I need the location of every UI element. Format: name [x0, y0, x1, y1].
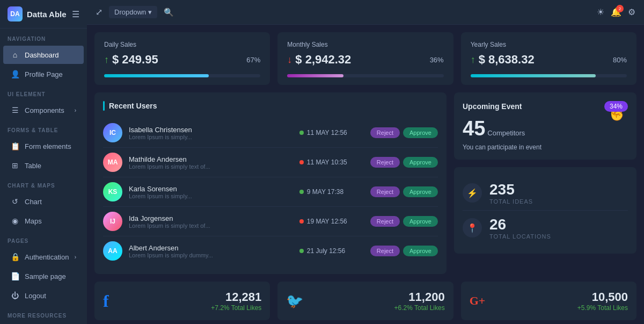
- main-row: Recent Users IC Isabella Christensen Lor…: [94, 92, 636, 274]
- sidebar-item-label: Components: [25, 106, 69, 114]
- user-date: 19 MAY 12:56: [299, 218, 364, 225]
- monthly-bar-bg: [287, 74, 443, 77]
- stats-row: Daily Sales ↑ $ 249.95 67% Monthly Sales…: [94, 32, 636, 85]
- home-icon: ⌂: [11, 51, 19, 59]
- recent-users-panel: Recent Users IC Isabella Christensen Lor…: [94, 92, 447, 274]
- daily-percent: 67%: [246, 56, 260, 64]
- avatar: IJ: [103, 212, 122, 231]
- sidebar-item-label: Sample page: [25, 272, 76, 280]
- reject-button[interactable]: Reject: [370, 157, 400, 168]
- stat-title-daily: Daily Sales: [104, 41, 260, 48]
- twitter-icon: 🐦: [286, 293, 303, 309]
- user-info: Mathilde Andersen Lorem Ipsum is simply …: [129, 155, 293, 170]
- sidebar-item-sample-page[interactable]: 📄 Sample page: [3, 267, 84, 285]
- title-bar-accent: [103, 101, 105, 111]
- user-name: Albert Andersen: [129, 244, 293, 252]
- sidebar-item-chart[interactable]: ↺ Chart: [3, 192, 84, 211]
- stat-value-yearly: ↑ $ 8,638.32: [471, 53, 535, 67]
- yearly-bar: [471, 74, 596, 77]
- status-dot: [299, 219, 304, 224]
- stat-value-monthly: ↓ $ 2,942.32: [287, 53, 351, 67]
- social-card-twitter: 🐦 11,200 +6.2% Total Likes: [277, 282, 453, 320]
- sun-icon[interactable]: ☀: [597, 7, 604, 17]
- user-date: 21 July 12:56: [299, 247, 364, 255]
- search-icon[interactable]: 🔍: [164, 8, 174, 17]
- daily-amount: $ 249.95: [112, 53, 158, 67]
- app-name: Datta Able: [27, 10, 67, 19]
- ui-section-label: UI ELEMENT: [0, 84, 87, 100]
- content-area: Daily Sales ↑ $ 249.95 67% Monthly Sales…: [87, 25, 644, 324]
- approve-button[interactable]: Approve: [403, 216, 438, 227]
- sidebar-item-dashboard[interactable]: ⌂ Dashboard: [3, 46, 84, 64]
- user-date: 11 MAY 12:56: [299, 129, 364, 136]
- nav-section-label: NAVIGATION: [0, 28, 87, 45]
- user-name: Isabella Christensen: [129, 126, 293, 134]
- logo-icon: DA: [8, 6, 23, 21]
- monthly-amount: $ 2,942.32: [295, 53, 351, 67]
- sidebar-item-label: Table: [25, 162, 76, 170]
- user-date: 11 MAY 10:35: [299, 159, 364, 166]
- tw-count: 11,200: [311, 290, 444, 304]
- form-icon: 📋: [11, 142, 19, 150]
- user-info: Karla Sorensen Lorem Ipsum is simply...: [129, 185, 293, 199]
- approve-button[interactable]: Approve: [403, 186, 438, 197]
- user-desc: Lorem Ipsum is simply text of...: [129, 222, 293, 229]
- sidebar-item-logout[interactable]: ⏻ Logout: [3, 286, 84, 305]
- approve-button[interactable]: Approve: [403, 246, 438, 256]
- approve-button[interactable]: Approve: [403, 127, 438, 138]
- more-section-label: MORE RESOURCES: [0, 305, 87, 322]
- reject-button[interactable]: Reject: [370, 246, 400, 256]
- googleplus-info: 10,500 +5.9% Total Likes: [493, 290, 628, 312]
- fb-growth: +7.2% Total Likes: [116, 304, 262, 312]
- notification-badge: 2: [616, 5, 624, 12]
- twitter-info: 11,200 +6.2% Total Likes: [311, 290, 444, 312]
- facebook-info: 12,281 +7.2% Total Likes: [116, 290, 262, 312]
- sidebar-item-components[interactable]: ☰ Components ›: [3, 101, 84, 119]
- event-content: 45Competitors ✌️: [463, 117, 628, 140]
- stat-main-daily: ↑ $ 249.95 67%: [104, 53, 260, 67]
- monthly-bar: [287, 74, 343, 77]
- user-actions: Reject Approve: [370, 157, 438, 168]
- dropdown-button[interactable]: Dropdown ▾: [109, 6, 157, 18]
- stat-main-yearly: ↑ $ 8,638.32 80%: [471, 53, 627, 67]
- stats-mini-panel: ⚡ 235 TOTAL IDEAS 📍 26 TOTAL LOCATIONS: [454, 167, 636, 254]
- stat-card-monthly: Monthly Sales ↓ $ 2,942.32 36%: [277, 32, 453, 85]
- user-actions: Reject Approve: [370, 186, 438, 197]
- expand-icon[interactable]: ⤢: [96, 7, 103, 17]
- monthly-percent: 36%: [430, 56, 444, 64]
- daily-bar-bg: [104, 74, 260, 77]
- event-sub: Competitors: [487, 129, 525, 137]
- stat-card-yearly: Yearly Sales ↑ $ 8,638.32 80%: [461, 32, 636, 85]
- event-badge: 34%: [604, 101, 628, 112]
- pages-section-label: PAGES: [0, 231, 87, 247]
- locations-label: TOTAL LOCATIONS: [489, 233, 551, 240]
- user-name: Ida Jorgensen: [129, 214, 293, 222]
- user-date: 9 MAY 17:38: [299, 188, 364, 196]
- user-actions: Reject Approve: [370, 246, 438, 256]
- reject-button[interactable]: Reject: [370, 186, 400, 197]
- sidebar-item-maps[interactable]: ◉ Maps: [3, 212, 84, 230]
- maps-icon: ◉: [11, 217, 19, 225]
- reject-button[interactable]: Reject: [370, 216, 400, 227]
- arrow-up-icon: ↑: [471, 54, 475, 66]
- sidebar-item-profile[interactable]: 👤 Profile Page: [3, 65, 84, 83]
- hamburger-icon[interactable]: ☰: [72, 9, 79, 19]
- main-content: ⤢ Dropdown ▾ 🔍 ☀ 🔔 2 ⚙ Daily Sales ↑ $ 2…: [87, 0, 644, 324]
- bell-icon[interactable]: 🔔 2: [611, 7, 621, 17]
- sidebar-item-table[interactable]: ⊞ Table: [3, 156, 84, 175]
- facebook-icon: f: [103, 291, 109, 311]
- stat-title-monthly: Monthly Sales: [287, 41, 443, 48]
- status-dot: [299, 160, 304, 164]
- sidebar-item-form-elements[interactable]: 📋 Form elements: [3, 137, 84, 155]
- settings-icon[interactable]: ⚙: [628, 7, 635, 17]
- arrow-up-icon: ↑: [104, 54, 109, 66]
- reject-button[interactable]: Reject: [370, 127, 400, 138]
- gp-growth: +5.9% Total Likes: [493, 304, 628, 312]
- approve-button[interactable]: Approve: [403, 157, 438, 168]
- sidebar-item-label: Chart: [25, 198, 76, 206]
- stats-mini-ideas-info: 235 TOTAL IDEAS: [489, 181, 533, 205]
- sidebar-item-authentication[interactable]: 🔒 Authentication ›: [3, 248, 84, 266]
- status-dot: [299, 190, 304, 194]
- table-icon: ⊞: [11, 161, 19, 170]
- arrow-down-icon: ↓: [287, 54, 292, 66]
